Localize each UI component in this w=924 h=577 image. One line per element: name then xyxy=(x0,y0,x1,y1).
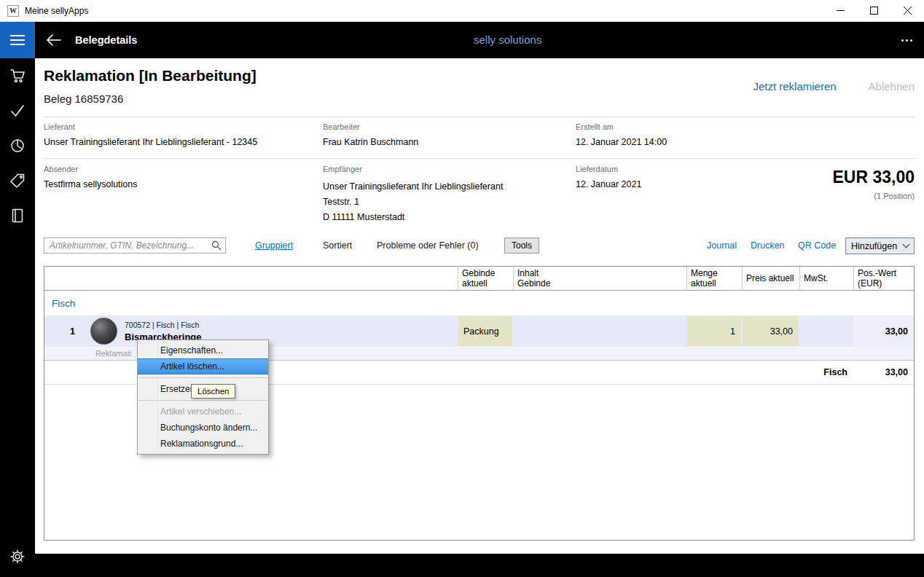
group-row-fisch: Fisch xyxy=(44,291,914,315)
sortiert-toggle[interactable]: Sortiert xyxy=(323,240,352,251)
probleme-filter[interactable]: Probleme oder Fehler (0) xyxy=(377,240,479,251)
gear-icon xyxy=(9,549,26,565)
sidebar-item-catalog[interactable] xyxy=(0,198,35,233)
settings-button[interactable] xyxy=(0,542,35,571)
menu-separator xyxy=(138,377,267,378)
menu-item-reklamationsgrund[interactable]: Reklamationsgrund... xyxy=(138,436,268,452)
back-button[interactable] xyxy=(41,22,66,58)
sidebar-item-statistics[interactable] xyxy=(0,128,35,163)
cell-gebinde[interactable]: Packung xyxy=(458,316,512,346)
journal-link[interactable]: Journal xyxy=(707,240,737,251)
cell-preis[interactable]: 33,00 xyxy=(743,316,799,346)
col-preis: Preis aktuell xyxy=(742,267,799,290)
divider xyxy=(44,158,915,159)
field-lieferant: Lieferant Unser Trainingslieferant Ihr L… xyxy=(44,122,257,147)
window-title: Meine sellyApps xyxy=(25,6,88,16)
qr-code-link[interactable]: QR Code xyxy=(798,240,836,251)
ablehnen-button: Ablehnen xyxy=(869,80,915,93)
window-controls xyxy=(823,0,924,21)
row-index: 1 xyxy=(44,315,85,347)
sidebar-item-tasks[interactable] xyxy=(0,93,35,128)
more-icon xyxy=(901,39,904,42)
maximize-icon xyxy=(870,7,878,15)
gruppiert-toggle[interactable]: Gruppiert xyxy=(255,240,293,251)
sidebar-item-cart[interactable] xyxy=(0,58,35,93)
menu-button[interactable] xyxy=(0,22,35,58)
col-inhalt: Inhalt Gebinde xyxy=(513,267,686,290)
total-amount: EUR 33,00 xyxy=(832,168,915,187)
search-input[interactable] xyxy=(44,238,203,253)
article-meta: 700572 | Fisch | Fisch xyxy=(125,321,202,329)
chevron-down-icon xyxy=(903,241,910,248)
document-number: Beleg 16859736 xyxy=(44,93,123,105)
menu-separator xyxy=(138,400,267,401)
summary-label: Fisch xyxy=(799,361,853,384)
col-gebinde: Gebinde aktuell xyxy=(458,267,513,290)
cell-mwst xyxy=(799,315,853,347)
hamburger-icon xyxy=(10,35,25,36)
tag-icon xyxy=(9,172,26,189)
close-button[interactable] xyxy=(890,0,924,21)
field-absender: Absender Testfirma sellysolutions xyxy=(44,165,138,189)
main-content: Reklamation [In Bearbeitung] Beleg 16859… xyxy=(35,58,924,554)
hinzufuegen-button[interactable]: Hinzufügen xyxy=(845,238,915,254)
col-pos-wert: Pos.-Wert (EUR) xyxy=(853,267,914,290)
tooltip-loeschen: Löschen xyxy=(191,384,235,399)
field-empfaenger: Empfänger Unser Trainingslieferant Ihr L… xyxy=(323,165,503,225)
col-index xyxy=(44,267,85,290)
brand-text: selly solutions xyxy=(474,22,541,58)
more-options-button[interactable] xyxy=(901,22,912,58)
field-lieferdatum: Lieferdatum 12. Januar 2021 xyxy=(576,165,641,189)
catalog-icon xyxy=(9,207,26,224)
col-mwst: MwSt. xyxy=(799,267,853,290)
page-title: Belegdetails xyxy=(75,22,137,58)
menu-item-eigenschaften[interactable]: Eigenschaften... xyxy=(138,342,268,358)
field-bearbeiter: Bearbeiter Frau Katrin Buschmann xyxy=(323,122,418,147)
bottom-bar xyxy=(35,554,924,577)
reklamieren-button[interactable]: Jetzt reklamieren xyxy=(753,80,836,93)
menu-item-artikel-verschieben: Artikel verschieben... xyxy=(138,404,268,420)
document-actions: Jetzt reklamieren Ablehnen xyxy=(753,80,915,93)
nav-sidebar xyxy=(0,58,35,577)
document-title: Reklamation [In Bearbeitung] xyxy=(44,67,257,85)
maximize-button[interactable] xyxy=(857,0,890,21)
menu-item-artikel-loeschen[interactable]: Artikel löschen... xyxy=(138,358,268,374)
sidebar-item-offers[interactable] xyxy=(0,163,35,198)
minimize-icon xyxy=(837,7,845,15)
summary-value: 33,00 xyxy=(853,361,914,384)
drucken-link[interactable]: Drucken xyxy=(751,240,785,251)
tools-button[interactable]: Tools xyxy=(504,238,539,254)
cell-pos-wert: 33,00 xyxy=(853,315,914,347)
back-arrow-icon xyxy=(45,32,61,48)
positions-toolbar: Gruppiert Sortiert Probleme oder Fehler … xyxy=(44,238,915,256)
col-artikel xyxy=(85,267,458,290)
check-icon xyxy=(9,102,26,119)
app-header: Belegdetails selly solutions xyxy=(0,22,924,58)
col-menge: Menge aktuell xyxy=(686,267,742,290)
field-erstellt-am: Erstellt am 12. Januar 2021 14:00 xyxy=(576,122,667,147)
reklamation-sub-text: Reklamati xyxy=(95,349,131,358)
cell-menge[interactable]: 1 xyxy=(687,316,741,346)
search-icon[interactable] xyxy=(211,240,222,253)
menu-item-buchungskonto[interactable]: Buchungskonto ändern... xyxy=(138,420,268,436)
table-header-row: Gebinde aktuell Inhalt Gebinde Menge akt… xyxy=(44,267,914,291)
search-box xyxy=(44,238,226,254)
window-titlebar: W Meine sellyApps xyxy=(0,0,924,22)
article-image xyxy=(90,318,117,345)
close-icon xyxy=(904,7,912,15)
minimize-button[interactable] xyxy=(823,0,857,21)
total-positions: (1 Position) xyxy=(874,192,915,200)
pie-chart-icon xyxy=(9,137,26,154)
cell-inhalt xyxy=(513,315,686,347)
app-logo-icon: W xyxy=(7,5,19,17)
divider xyxy=(44,117,915,117)
cart-icon xyxy=(9,67,26,85)
